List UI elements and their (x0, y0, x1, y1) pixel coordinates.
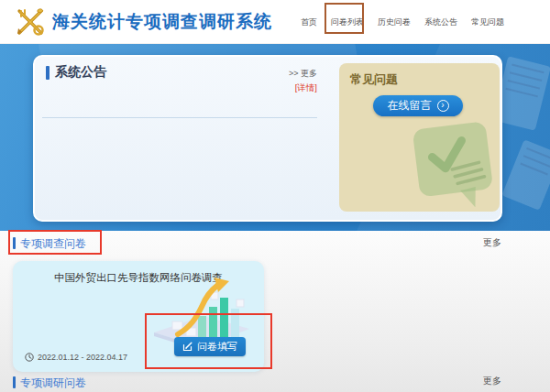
survey-date-range: 2022.01.12 - 2022.04.17 (25, 353, 127, 362)
announcement-panel-title: 系统公告 (55, 64, 106, 81)
fill-button-label: 问卷填写 (197, 340, 237, 354)
top-nav: 首页 问卷列表 历史问卷 系统公告 常见问题 (301, 0, 504, 44)
announcement-panel: 系统公告 >> 更多 [详情] 常见问题 在线留言 › (33, 55, 502, 222)
edit-pencil-icon (182, 342, 192, 352)
section-accent-bar (13, 376, 16, 388)
faq-panel: 常见问题 在线留言 › (339, 63, 500, 212)
section-accent-bar (46, 66, 50, 80)
announcement-more-link[interactable]: >> 更多 (275, 68, 317, 80)
customs-emblem-logo-icon (13, 5, 48, 39)
research-section-title: 专项调研问卷 (20, 376, 86, 391)
faq-panel-title: 常见问题 (350, 71, 398, 88)
survey-section-title: 专项调查问卷 (20, 236, 86, 252)
survey-card[interactable]: 中国外贸出口先导指数网络问卷调查 2022.0 (13, 261, 264, 372)
header: 海关统计专项调查调研系统 首页 问卷列表 历史问卷 系统公告 常见问题 (0, 0, 550, 44)
nav-item-faq[interactable]: 常见问题 (471, 16, 504, 28)
hero-banner: 系统公告 >> 更多 [详情] 常见问题 在线留言 › (0, 44, 550, 231)
app-window: 海关统计专项调查调研系统 首页 问卷列表 历史问卷 系统公告 常见问题 系统公告… (0, 0, 550, 392)
survey-date-text: 2022.01.12 - 2022.04.17 (38, 353, 127, 362)
nav-item-history[interactable]: 历史问卷 (378, 16, 411, 28)
research-more-link[interactable]: 更多 (483, 375, 501, 387)
chat-bubble-check-illustration (406, 120, 498, 212)
online-message-button[interactable]: 在线留言 › (373, 95, 463, 116)
nav-item-announcements[interactable]: 系统公告 (424, 16, 457, 28)
clock-icon (25, 353, 34, 362)
nav-item-home[interactable]: 首页 (301, 16, 317, 28)
online-message-label: 在线留言 (388, 98, 432, 114)
content-area: 专项调查问卷 更多 中国外贸出口先导指数网络问卷调查 (0, 231, 550, 392)
section-accent-bar (13, 237, 16, 249)
announcement-detail-link[interactable]: [详情] (284, 82, 317, 94)
page-title: 海关统计专项调查调研系统 (52, 0, 272, 44)
fill-questionnaire-button[interactable]: 问卷填写 (174, 337, 246, 356)
arrow-right-circle-icon: › (437, 100, 449, 112)
nav-item-questionnaire-list[interactable]: 问卷列表 (331, 16, 364, 28)
survey-more-link[interactable]: 更多 (483, 236, 501, 249)
announcement-divider (42, 117, 317, 118)
